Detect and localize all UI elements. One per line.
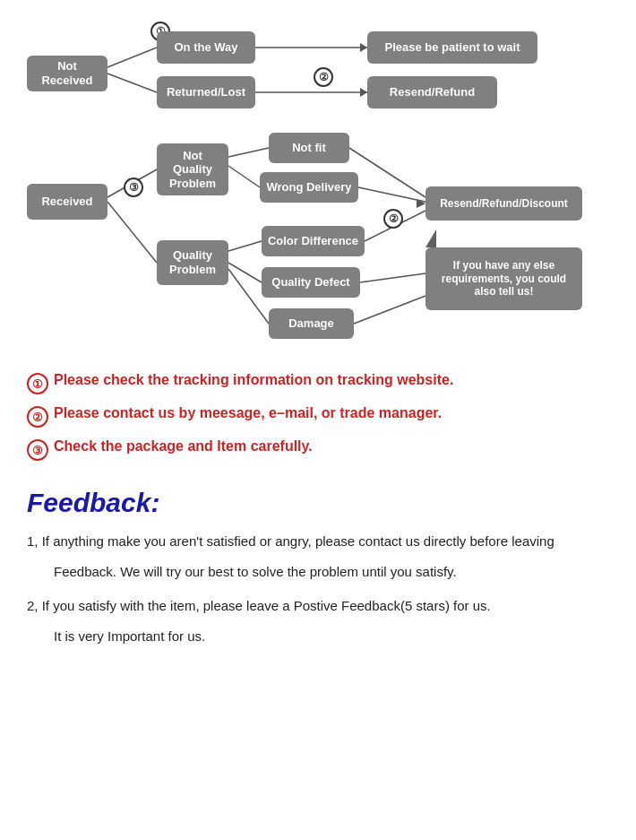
box-resend-refund-discount: Resend/Refund/Discount [425, 186, 582, 221]
box-not-quality-problem: NotQualityProblem [157, 143, 228, 195]
box-not-received: Not Received [27, 56, 107, 91]
svg-line-1 [107, 74, 157, 92]
box-received: Received [27, 184, 107, 220]
box-resend-refund-1: Resend/Refund [367, 76, 497, 108]
svg-line-11 [349, 148, 425, 197]
box-wrong-delivery: Wrong Delivery [260, 172, 358, 203]
box-on-the-way: On the Way [157, 31, 255, 64]
svg-line-15 [354, 296, 425, 324]
feedback-title: Feedback: [27, 488, 609, 518]
instruction-1: ① Please check the tracking information … [27, 372, 609, 394]
circle-2-bottom: ② [383, 209, 403, 229]
instructions-section: ① Please check the tracking information … [27, 372, 609, 461]
svg-marker-16 [360, 43, 367, 52]
instruction-3-text: Check the package and Item carefully. [54, 438, 313, 455]
instruction-3-num: ③ [27, 439, 48, 461]
instruction-2-text: Please contact us by meesage, e–mail, or… [54, 405, 442, 421]
circle-3: ③ [124, 178, 143, 197]
box-quality-problem: QualityProblem [157, 240, 228, 285]
feedback-item-2: 2, If you satisfy with the item, please … [27, 595, 609, 617]
svg-line-9 [228, 263, 262, 282]
box-not-fit: Not fit [269, 133, 349, 163]
svg-marker-17 [360, 88, 367, 97]
svg-marker-18 [417, 199, 425, 208]
instruction-1-text: Please check the tracking information on… [54, 372, 453, 388]
instruction-1-num: ① [27, 373, 48, 394]
feedback-section: Feedback: 1, If anything make you aren't… [27, 488, 609, 647]
svg-line-6 [228, 148, 269, 157]
flowchart: ① ② ③ ② Not Received On the Way Returned… [18, 18, 618, 359]
box-color-difference: Color Difference [262, 226, 365, 256]
instruction-3: ③ Check the package and Item carefully. [27, 438, 609, 461]
box-returned-lost: Returned/Lost [157, 76, 255, 108]
instruction-2-num: ② [27, 406, 48, 428]
feedback-indent-1: Feedback. We will try our best to solve … [27, 561, 609, 583]
svg-line-12 [358, 187, 425, 202]
box-patient-wait: Please be patient to wait [367, 31, 537, 64]
svg-line-5 [107, 202, 157, 263]
box-quality-defect: Quality Defect [262, 267, 360, 298]
feedback-indent-2: It is very Important for us. [27, 626, 609, 647]
box-if-else: If you have any else requirements, you c… [425, 247, 582, 310]
instruction-2: ② Please contact us by meesage, e–mail, … [27, 405, 609, 428]
circle-2-top: ② [314, 67, 333, 87]
box-damage: Damage [269, 308, 354, 339]
svg-line-14 [360, 273, 425, 282]
svg-line-8 [228, 241, 262, 251]
feedback-item-1: 1, If anything make you aren't satisfied… [27, 531, 609, 552]
svg-line-7 [228, 166, 260, 187]
svg-line-0 [107, 48, 157, 67]
